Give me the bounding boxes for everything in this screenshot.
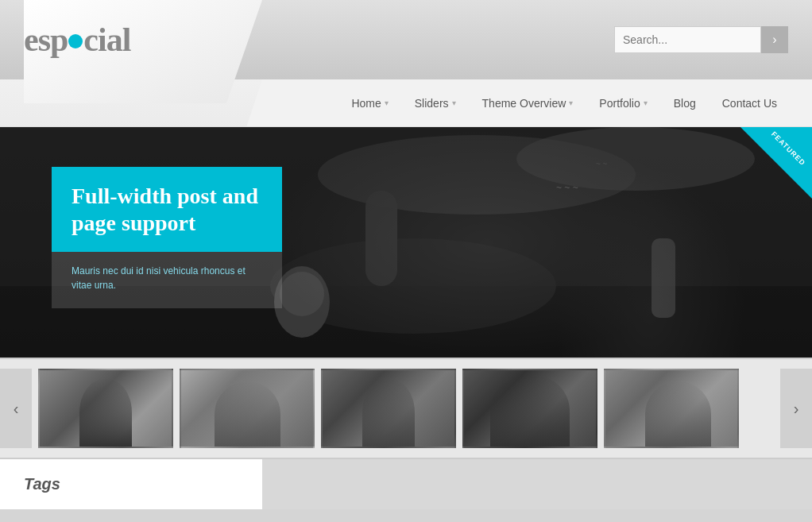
bottom-right-panel — [262, 459, 812, 509]
nav-label-contact: Contact Us — [722, 97, 777, 110]
header: espcial › — [0, 0, 812, 79]
thumbnails-row — [32, 369, 780, 448]
svg-point-2 — [516, 127, 755, 191]
nav-label-theme-overview: Theme Overview — [482, 97, 566, 110]
nav-item-blog[interactable]: Blog — [663, 79, 707, 127]
logo-text: espcial — [24, 21, 130, 59]
nav-arrow-home: ▾ — [385, 99, 389, 107]
site-wrapper: espcial › Home ▾ Sliders ▾ — [0, 0, 812, 509]
thumbnail-3[interactable] — [321, 369, 456, 448]
nav-item-sliders[interactable]: Sliders ▾ — [404, 79, 467, 127]
thumbnail-5[interactable] — [604, 369, 739, 448]
navbar: Home ▾ Sliders ▾ Theme Overview ▾ Portfo… — [0, 79, 812, 127]
svg-rect-8 — [652, 238, 675, 318]
nav-items: Home ▾ Sliders ▾ Theme Overview ▾ Portfo… — [340, 79, 788, 127]
logo[interactable]: espcial — [24, 21, 130, 59]
nav-label-sliders: Sliders — [415, 97, 449, 110]
nav-arrow-theme-overview: ▾ — [569, 99, 573, 107]
logo-dot — [68, 34, 83, 48]
hero-title: Full-width post and page support — [72, 183, 262, 236]
nav-label-blog: Blog — [674, 97, 696, 110]
svg-text:~ ~: ~ ~ — [596, 160, 608, 168]
nav-arrow-portfolio: ▾ — [644, 99, 648, 107]
thumbnail-1[interactable] — [38, 369, 173, 448]
logo-text-after: cial — [83, 21, 130, 58]
hero-description-area: Mauris nec dui id nisi vehicula rhoncus … — [52, 252, 282, 308]
thumbnail-2[interactable] — [180, 369, 315, 448]
prev-thumb-button[interactable]: ‹ — [0, 369, 32, 448]
hero-description: Mauris nec dui id nisi vehicula rhoncus … — [72, 264, 262, 292]
svg-text:~ ~ ~: ~ ~ ~ — [556, 182, 578, 193]
nav-item-home[interactable]: Home ▾ — [340, 79, 399, 127]
nav-item-contact[interactable]: Contact Us — [711, 79, 788, 127]
search-button[interactable]: › — [761, 26, 788, 53]
nav-label-home: Home — [351, 97, 381, 110]
hero-slider: ~ ~ ~ ~ ~ FEATURED Full-width post and p… — [0, 127, 812, 358]
hero-content: Full-width post and page support Mauris … — [52, 167, 282, 308]
search-area: › — [614, 26, 788, 53]
svg-rect-5 — [365, 191, 397, 286]
tags-title: Tags — [24, 475, 238, 493]
bottom-left-panel: Tags — [0, 459, 262, 509]
bottom-area: Tags — [0, 459, 812, 509]
nav-arrow-sliders: ▾ — [452, 99, 456, 107]
nav-item-portfolio[interactable]: Portfolio ▾ — [588, 79, 658, 127]
nav-label-portfolio: Portfolio — [599, 97, 640, 110]
logo-text-before: esp — [24, 21, 68, 58]
next-thumb-button[interactable]: › — [780, 369, 812, 448]
hero-title-box: Full-width post and page support — [52, 167, 282, 252]
featured-tag: FEATURED — [740, 127, 812, 199]
thumbnail-4[interactable] — [462, 369, 597, 448]
search-input[interactable] — [614, 26, 761, 53]
svg-point-7 — [280, 272, 324, 316]
thumbnails-container: ‹ › — [0, 358, 812, 459]
nav-item-theme-overview[interactable]: Theme Overview ▾ — [471, 79, 585, 127]
